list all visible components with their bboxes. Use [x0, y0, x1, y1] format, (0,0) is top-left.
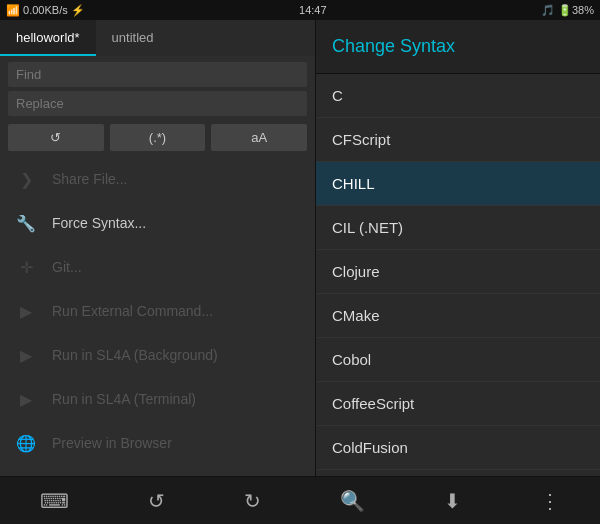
syntax-item-cobol[interactable]: Cobol [316, 338, 600, 382]
menu-label-git: Git... [52, 259, 82, 275]
run-external-icon: ▶ [16, 301, 36, 321]
toolbar-keyboard-button[interactable]: ⌨ [32, 481, 77, 521]
menu-item-run-background[interactable]: ▶ Run in SL4A (Background) [0, 333, 315, 377]
menu-item-shortcut[interactable]: ✦ Create Shortcut [0, 465, 315, 476]
editor-panel: helloworld* untitled ↺ (.*) aA ❯ Share F… [0, 20, 315, 476]
syntax-item-cil---net-[interactable]: CIL (.NET) [316, 206, 600, 250]
menu-label-run-terminal: Run in SL4A (Terminal) [52, 391, 196, 407]
syntax-panel-title: Change Syntax [332, 36, 455, 57]
find-replace-area: ↺ (.*) aA [0, 56, 315, 157]
status-battery: 🎵 🔋38% [541, 4, 594, 17]
toolbar-redo-button[interactable]: ↻ [236, 481, 269, 521]
menu-label-share: Share File... [52, 171, 127, 187]
menu-item-share[interactable]: ❯ Share File... [0, 157, 315, 201]
menu-label-run-external: Run External Command... [52, 303, 213, 319]
toolbar-download-button[interactable]: ⬇ [436, 481, 469, 521]
find-buttons: ↺ (.*) aA [8, 124, 307, 151]
syntax-panel: Change Syntax CCFScriptCHILLCIL (.NET)Cl… [315, 20, 600, 476]
menu-item-preview[interactable]: 🌐 Preview in Browser [0, 421, 315, 465]
toolbar-search-button[interactable]: 🔍 [332, 481, 373, 521]
syntax-item-coffeescript[interactable]: CoffeeScript [316, 382, 600, 426]
menu-item-git[interactable]: ✛ Git... [0, 245, 315, 289]
syntax-item-cfscript[interactable]: CFScript [316, 118, 600, 162]
menu-item-force-syntax[interactable]: 🔧 Force Syntax... [0, 201, 315, 245]
git-icon: ✛ [16, 257, 36, 277]
status-bar: 📶 0.00KB/s ⚡ 14:47 🎵 🔋38% [0, 0, 600, 20]
bottom-toolbar: ⌨ ↺ ↻ 🔍 ⬇ ⋮ [0, 476, 600, 524]
status-right: 🎵 🔋38% [541, 4, 594, 17]
run-terminal-icon: ▶ [16, 389, 36, 409]
menu-item-run-terminal[interactable]: ▶ Run in SL4A (Terminal) [0, 377, 315, 421]
tab-helloworld[interactable]: helloworld* [0, 20, 96, 56]
menu-label-preview: Preview in Browser [52, 435, 172, 451]
menu-label-run-background: Run in SL4A (Background) [52, 347, 218, 363]
syntax-item-clojure[interactable]: Clojure [316, 250, 600, 294]
syntax-item-chill[interactable]: CHILL [316, 162, 600, 206]
status-time: 14:47 [299, 4, 327, 16]
syntax-item-coldfusion[interactable]: ColdFusion [316, 426, 600, 470]
find-input[interactable] [8, 62, 307, 87]
run-background-icon: ▶ [16, 345, 36, 365]
syntax-icon: 🔧 [16, 213, 36, 233]
status-signal: 📶 0.00KB/s ⚡ [6, 4, 85, 17]
replace-input[interactable] [8, 91, 307, 116]
context-menu: ❯ Share File... 🔧 Force Syntax... ✛ Git.… [0, 157, 315, 476]
syntax-panel-header: Change Syntax [316, 20, 600, 74]
syntax-item-c[interactable]: C [316, 74, 600, 118]
find-regex-button[interactable]: (.*) [110, 124, 206, 151]
main-area: helloworld* untitled ↺ (.*) aA ❯ Share F… [0, 20, 600, 476]
share-icon: ❯ [16, 169, 36, 189]
syntax-list[interactable]: CCFScriptCHILLCIL (.NET)ClojureCMakeCobo… [316, 74, 600, 476]
menu-item-run-external[interactable]: ▶ Run External Command... [0, 289, 315, 333]
menu-label-force-syntax: Force Syntax... [52, 215, 146, 231]
toolbar-more-button[interactable]: ⋮ [532, 481, 568, 521]
tab-untitled[interactable]: untitled [96, 20, 170, 56]
find-prev-button[interactable]: ↺ [8, 124, 104, 151]
syntax-item-cmake[interactable]: CMake [316, 294, 600, 338]
status-left: 📶 0.00KB/s ⚡ [6, 4, 85, 17]
toolbar-undo-button[interactable]: ↺ [140, 481, 173, 521]
globe-icon: 🌐 [16, 433, 36, 453]
tabs: helloworld* untitled [0, 20, 315, 56]
find-case-button[interactable]: aA [211, 124, 307, 151]
